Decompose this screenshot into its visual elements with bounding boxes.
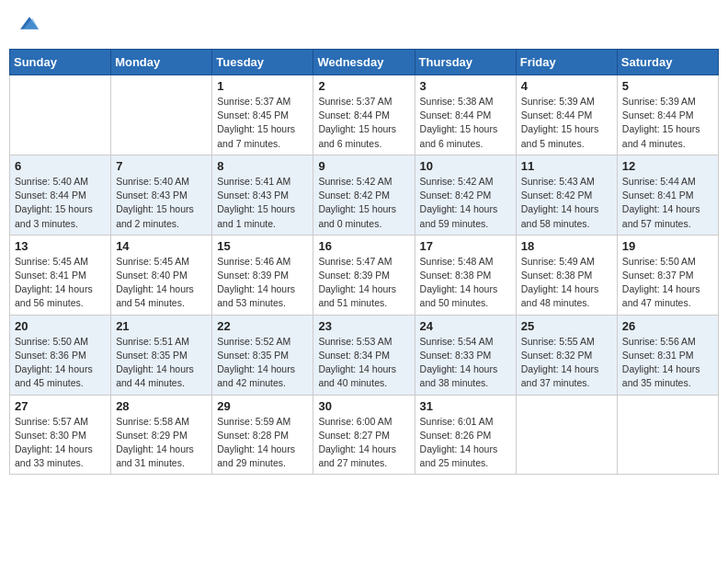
day-info: Sunrise: 5:52 AM Sunset: 8:35 PM Dayligh…: [217, 335, 308, 391]
day-info: Sunrise: 5:41 AM Sunset: 8:43 PM Dayligh…: [217, 175, 308, 231]
calendar-table: SundayMondayTuesdayWednesdayThursdayFrid…: [9, 49, 719, 475]
day-info: Sunrise: 5:38 AM Sunset: 8:44 PM Dayligh…: [420, 95, 511, 151]
calendar-cell: 24Sunrise: 5:54 AM Sunset: 8:33 PM Dayli…: [415, 315, 516, 395]
calendar-cell: 31Sunrise: 6:01 AM Sunset: 8:26 PM Dayli…: [415, 395, 516, 475]
calendar-cell: 9Sunrise: 5:42 AM Sunset: 8:42 PM Daylig…: [313, 155, 415, 235]
calendar-cell: 4Sunrise: 5:39 AM Sunset: 8:44 PM Daylig…: [516, 75, 617, 155]
calendar-cell: 3Sunrise: 5:38 AM Sunset: 8:44 PM Daylig…: [415, 75, 516, 155]
day-number: 17: [420, 239, 511, 253]
day-info: Sunrise: 5:42 AM Sunset: 8:42 PM Dayligh…: [420, 175, 511, 231]
day-info: Sunrise: 5:39 AM Sunset: 8:44 PM Dayligh…: [622, 95, 713, 151]
day-number: 16: [318, 239, 409, 253]
day-info: Sunrise: 5:54 AM Sunset: 8:33 PM Dayligh…: [420, 335, 511, 391]
day-info: Sunrise: 5:37 AM Sunset: 8:45 PM Dayligh…: [217, 95, 308, 151]
day-number: 30: [318, 399, 409, 413]
calendar-cell: 11Sunrise: 5:43 AM Sunset: 8:42 PM Dayli…: [516, 155, 617, 235]
day-info: Sunrise: 5:49 AM Sunset: 8:38 PM Dayligh…: [521, 255, 612, 311]
calendar-cell: 7Sunrise: 5:40 AM Sunset: 8:43 PM Daylig…: [111, 155, 212, 235]
calendar-cell: 1Sunrise: 5:37 AM Sunset: 8:45 PM Daylig…: [212, 75, 313, 155]
calendar-cell: 30Sunrise: 6:00 AM Sunset: 8:27 PM Dayli…: [313, 395, 415, 475]
calendar-cell: 26Sunrise: 5:56 AM Sunset: 8:31 PM Dayli…: [617, 315, 718, 395]
day-number: 22: [217, 319, 308, 333]
day-number: 10: [420, 159, 511, 173]
day-number: 3: [420, 79, 511, 93]
calendar-cell: 13Sunrise: 5:45 AM Sunset: 8:41 PM Dayli…: [10, 235, 111, 315]
day-number: 19: [622, 239, 713, 253]
calendar-cell: 25Sunrise: 5:55 AM Sunset: 8:32 PM Dayli…: [516, 315, 617, 395]
day-number: 2: [318, 79, 409, 93]
day-info: Sunrise: 5:40 AM Sunset: 8:43 PM Dayligh…: [116, 175, 207, 231]
day-number: 8: [217, 159, 308, 173]
day-info: Sunrise: 5:47 AM Sunset: 8:39 PM Dayligh…: [318, 255, 409, 311]
calendar-week-3: 13Sunrise: 5:45 AM Sunset: 8:41 PM Dayli…: [10, 235, 719, 315]
day-info: Sunrise: 5:46 AM Sunset: 8:39 PM Dayligh…: [217, 255, 308, 311]
day-info: Sunrise: 5:50 AM Sunset: 8:36 PM Dayligh…: [15, 335, 106, 391]
calendar-cell: 22Sunrise: 5:52 AM Sunset: 8:35 PM Dayli…: [212, 315, 313, 395]
day-number: 6: [15, 159, 106, 173]
calendar-cell: [10, 75, 111, 155]
day-number: 23: [318, 319, 409, 333]
calendar-cell: 5Sunrise: 5:39 AM Sunset: 8:44 PM Daylig…: [617, 75, 718, 155]
day-info: Sunrise: 5:40 AM Sunset: 8:44 PM Dayligh…: [15, 175, 106, 231]
day-number: 13: [15, 239, 106, 253]
day-info: Sunrise: 5:57 AM Sunset: 8:30 PM Dayligh…: [15, 415, 106, 471]
weekday-header-monday: Monday: [111, 50, 212, 75]
calendar-cell: 18Sunrise: 5:49 AM Sunset: 8:38 PM Dayli…: [516, 235, 617, 315]
day-info: Sunrise: 5:48 AM Sunset: 8:38 PM Dayligh…: [420, 255, 511, 311]
day-number: 14: [116, 239, 207, 253]
day-number: 26: [622, 319, 713, 333]
calendar-week-1: 1Sunrise: 5:37 AM Sunset: 8:45 PM Daylig…: [10, 75, 719, 155]
weekday-header-sunday: Sunday: [10, 50, 111, 75]
weekday-header-friday: Friday: [516, 50, 617, 75]
day-number: 7: [116, 159, 207, 173]
day-number: 25: [521, 319, 612, 333]
calendar-cell: 23Sunrise: 5:53 AM Sunset: 8:34 PM Dayli…: [313, 315, 415, 395]
day-info: Sunrise: 5:58 AM Sunset: 8:29 PM Dayligh…: [116, 415, 207, 471]
calendar-cell: 10Sunrise: 5:42 AM Sunset: 8:42 PM Dayli…: [415, 155, 516, 235]
calendar-cell: 15Sunrise: 5:46 AM Sunset: 8:39 PM Dayli…: [212, 235, 313, 315]
calendar-cell: 27Sunrise: 5:57 AM Sunset: 8:30 PM Dayli…: [10, 395, 111, 475]
day-number: 5: [622, 79, 713, 93]
calendar-cell: 29Sunrise: 5:59 AM Sunset: 8:28 PM Dayli…: [212, 395, 313, 475]
calendar-cell: 8Sunrise: 5:41 AM Sunset: 8:43 PM Daylig…: [212, 155, 313, 235]
weekday-header-tuesday: Tuesday: [212, 50, 313, 75]
calendar-cell: 14Sunrise: 5:45 AM Sunset: 8:40 PM Dayli…: [111, 235, 212, 315]
weekday-header-wednesday: Wednesday: [313, 50, 415, 75]
day-info: Sunrise: 5:42 AM Sunset: 8:42 PM Dayligh…: [318, 175, 409, 231]
day-info: Sunrise: 5:43 AM Sunset: 8:42 PM Dayligh…: [521, 175, 612, 231]
day-number: 21: [116, 319, 207, 333]
day-info: Sunrise: 5:56 AM Sunset: 8:31 PM Dayligh…: [622, 335, 713, 391]
calendar-week-2: 6Sunrise: 5:40 AM Sunset: 8:44 PM Daylig…: [10, 155, 719, 235]
day-number: 12: [622, 159, 713, 173]
day-number: 20: [15, 319, 106, 333]
day-info: Sunrise: 5:45 AM Sunset: 8:41 PM Dayligh…: [15, 255, 106, 311]
calendar-cell: 19Sunrise: 5:50 AM Sunset: 8:37 PM Dayli…: [617, 235, 718, 315]
logo-icon: [20, 14, 39, 32]
calendar-cell: 16Sunrise: 5:47 AM Sunset: 8:39 PM Dayli…: [313, 235, 415, 315]
day-number: 18: [521, 239, 612, 253]
weekday-header-thursday: Thursday: [415, 50, 516, 75]
page-header: [9, 9, 719, 41]
day-info: Sunrise: 5:51 AM Sunset: 8:35 PM Dayligh…: [116, 335, 207, 391]
calendar-cell: [617, 395, 718, 475]
calendar-cell: 28Sunrise: 5:58 AM Sunset: 8:29 PM Dayli…: [111, 395, 212, 475]
day-number: 24: [420, 319, 511, 333]
calendar-week-5: 27Sunrise: 5:57 AM Sunset: 8:30 PM Dayli…: [10, 395, 719, 475]
day-number: 27: [15, 399, 106, 413]
day-info: Sunrise: 5:44 AM Sunset: 8:41 PM Dayligh…: [622, 175, 713, 231]
day-info: Sunrise: 5:53 AM Sunset: 8:34 PM Dayligh…: [318, 335, 409, 391]
calendar-cell: 20Sunrise: 5:50 AM Sunset: 8:36 PM Dayli…: [10, 315, 111, 395]
day-number: 29: [217, 399, 308, 413]
weekday-header-saturday: Saturday: [617, 50, 718, 75]
calendar-cell: 21Sunrise: 5:51 AM Sunset: 8:35 PM Dayli…: [111, 315, 212, 395]
day-info: Sunrise: 5:59 AM Sunset: 8:28 PM Dayligh…: [217, 415, 308, 471]
day-number: 28: [116, 399, 207, 413]
calendar-week-4: 20Sunrise: 5:50 AM Sunset: 8:36 PM Dayli…: [10, 315, 719, 395]
calendar-cell: 17Sunrise: 5:48 AM Sunset: 8:38 PM Dayli…: [415, 235, 516, 315]
calendar-cell: 2Sunrise: 5:37 AM Sunset: 8:44 PM Daylig…: [313, 75, 415, 155]
day-info: Sunrise: 5:37 AM Sunset: 8:44 PM Dayligh…: [318, 95, 409, 151]
day-number: 31: [420, 399, 511, 413]
day-info: Sunrise: 6:01 AM Sunset: 8:26 PM Dayligh…: [420, 415, 511, 471]
day-info: Sunrise: 5:39 AM Sunset: 8:44 PM Dayligh…: [521, 95, 612, 151]
day-number: 4: [521, 79, 612, 93]
